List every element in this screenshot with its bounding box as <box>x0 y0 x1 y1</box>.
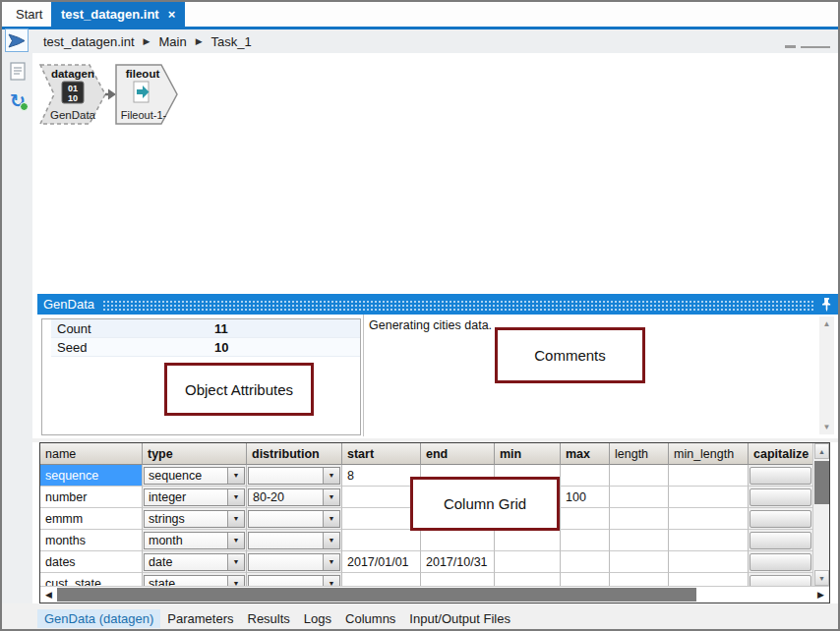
tab-columns[interactable]: Columns <box>338 609 402 628</box>
dropdown-arrow-icon[interactable]: ▼ <box>227 576 244 587</box>
attribute-row[interactable]: Seed 10 <box>51 338 360 357</box>
cell-end[interactable] <box>421 530 495 551</box>
cell-name[interactable]: emmm <box>40 508 143 530</box>
cell-end[interactable]: 2017/10/31 <box>421 551 495 573</box>
type-dropdown[interactable]: strings▼ <box>143 508 247 530</box>
breadcrumb-item-file[interactable]: test_datagen.int <box>43 34 135 49</box>
dropdown-arrow-icon[interactable]: ▼ <box>323 489 339 505</box>
column-header-name[interactable]: name <box>40 443 143 465</box>
grid-horizontal-scrollbar[interactable]: ◀ ▶ <box>40 586 829 602</box>
node-fileout[interactable]: fileout Fileout-1- <box>116 65 177 124</box>
cell-name[interactable]: dates <box>40 551 143 573</box>
cell-max[interactable] <box>561 508 610 530</box>
distribution-dropdown[interactable]: ▼ <box>247 465 342 487</box>
comments-text[interactable]: Generating cities data. <box>369 318 492 332</box>
cell-name[interactable]: months <box>40 530 143 551</box>
column-header-distribution[interactable]: distribution <box>247 443 342 465</box>
run-button[interactable] <box>5 29 29 52</box>
column-header-end[interactable]: end <box>421 443 495 465</box>
capitalize-button[interactable] <box>750 488 811 506</box>
breadcrumb-item-task[interactable]: Task_1 <box>211 34 252 49</box>
cell-length[interactable] <box>610 530 669 551</box>
attribute-row[interactable]: Count 11 <box>51 319 360 338</box>
cell-start[interactable] <box>342 530 421 551</box>
tab-test-datagen[interactable]: test_datagen.int × <box>51 2 185 27</box>
type-dropdown[interactable]: integer▼ <box>143 487 247 508</box>
column-header-start[interactable]: start <box>342 443 421 465</box>
capitalize-button[interactable] <box>750 532 811 549</box>
cell-length[interactable] <box>610 487 669 508</box>
cell-start[interactable] <box>342 573 421 586</box>
distribution-dropdown[interactable]: 80-20▼ <box>247 487 342 508</box>
distribution-dropdown[interactable]: ▼ <box>247 508 342 530</box>
splitter-handle[interactable] <box>785 45 830 49</box>
distribution-dropdown[interactable]: ▼ <box>247 551 342 573</box>
close-icon[interactable]: × <box>168 7 176 22</box>
column-header-min[interactable]: min <box>495 443 561 465</box>
cell-min-length[interactable] <box>669 508 749 530</box>
dropdown-arrow-icon[interactable]: ▼ <box>323 468 339 484</box>
scrollbar-thumb[interactable] <box>814 461 829 504</box>
cell-start[interactable]: 8 <box>342 465 421 487</box>
document-icon[interactable] <box>7 60 29 82</box>
dropdown-arrow-icon[interactable]: ▼ <box>323 533 339 548</box>
cell-min[interactable] <box>495 551 561 573</box>
cell-min-length[interactable] <box>669 465 749 487</box>
cell-name[interactable]: cust_state <box>40 573 143 586</box>
cell-max[interactable] <box>561 465 610 487</box>
column-header-length[interactable]: length <box>610 443 669 465</box>
capitalize-button[interactable] <box>750 467 811 485</box>
cell-max[interactable] <box>561 530 610 551</box>
attribute-value[interactable]: 10 <box>214 340 228 355</box>
scroll-right-icon[interactable]: ▶ <box>812 587 829 602</box>
capitalize-button[interactable] <box>750 553 811 571</box>
cell-min-length[interactable] <box>669 530 749 551</box>
dropdown-arrow-icon[interactable]: ▼ <box>323 511 339 527</box>
cell-min[interactable] <box>495 573 561 586</box>
tab-input-output-files[interactable]: Input/Output Files <box>402 609 517 628</box>
scroll-up-icon[interactable]: ▲ <box>819 316 834 331</box>
dropdown-arrow-icon[interactable]: ▼ <box>323 554 339 570</box>
type-dropdown[interactable]: state▼ <box>143 573 247 586</box>
dropdown-arrow-icon[interactable]: ▼ <box>227 511 244 527</box>
column-header-type[interactable]: type <box>143 443 247 465</box>
cell-length[interactable] <box>610 573 669 586</box>
distribution-dropdown[interactable]: ▼ <box>247 530 342 551</box>
capitalize-button[interactable] <box>750 575 811 587</box>
dropdown-arrow-icon[interactable]: ▼ <box>323 576 339 587</box>
cell-max[interactable] <box>561 573 610 586</box>
cell-min[interactable] <box>495 530 561 551</box>
node-datagen[interactable]: datagen 01 10 GenData <box>40 65 105 124</box>
attribute-value[interactable]: 11 <box>214 321 228 336</box>
scroll-down-icon[interactable]: ▼ <box>819 420 834 434</box>
type-dropdown[interactable]: month▼ <box>143 530 247 551</box>
cell-name[interactable]: sequence <box>40 465 143 487</box>
comments-scrollbar[interactable]: ▲ ▼ <box>819 316 834 434</box>
type-dropdown[interactable]: sequence▼ <box>143 465 247 487</box>
tab-parameters[interactable]: Parameters <box>160 609 240 628</box>
dropdown-arrow-icon[interactable]: ▼ <box>227 533 244 548</box>
flow-canvas[interactable]: datagen 01 10 GenData fileout <box>32 53 838 287</box>
dropdown-arrow-icon[interactable]: ▼ <box>227 554 244 570</box>
column-header-max[interactable]: max <box>561 443 610 465</box>
cell-start[interactable] <box>342 508 421 530</box>
grid-vertical-scrollbar[interactable]: ▲ ▼ <box>812 443 829 586</box>
tab-gendata-datagen[interactable]: GenData (datagen) <box>37 609 160 628</box>
dropdown-arrow-icon[interactable]: ▼ <box>227 468 244 484</box>
cell-name[interactable]: number <box>40 487 143 508</box>
scroll-up-icon[interactable]: ▲ <box>814 443 829 459</box>
cell-length[interactable] <box>610 465 669 487</box>
refresh-history-icon[interactable]: ↻ <box>7 88 29 112</box>
distribution-dropdown[interactable]: ▼ <box>247 573 342 586</box>
cell-start[interactable] <box>342 487 421 508</box>
cell-max[interactable]: 100 <box>561 487 610 508</box>
cell-min-length[interactable] <box>669 487 749 508</box>
cell-end[interactable] <box>421 573 495 586</box>
scrollbar-thumb[interactable] <box>57 588 696 602</box>
cell-min-length[interactable] <box>669 573 749 586</box>
scroll-down-icon[interactable]: ▼ <box>814 570 829 586</box>
cell-length[interactable] <box>610 508 669 530</box>
tab-start[interactable]: Start <box>2 2 56 27</box>
breadcrumb-item-main[interactable]: Main <box>158 34 186 49</box>
column-header-min-length[interactable]: min_length <box>669 443 749 465</box>
